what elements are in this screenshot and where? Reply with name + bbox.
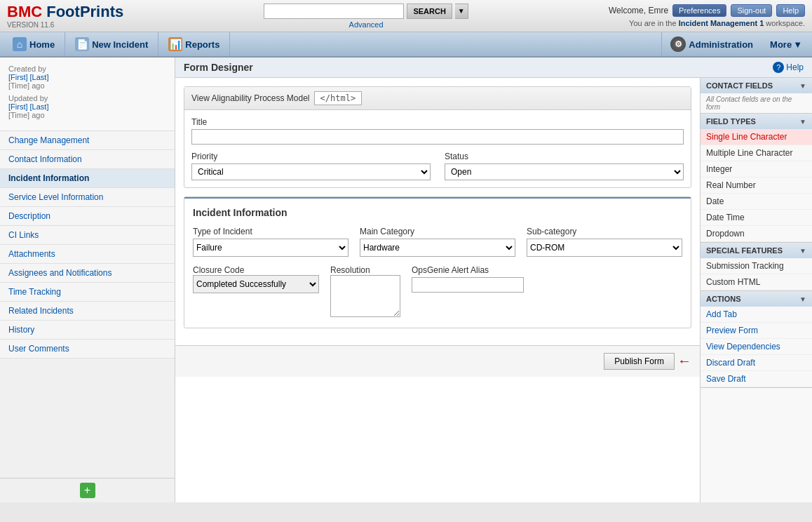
field-types-label: FIELD TYPES (706, 117, 756, 126)
help-link[interactable]: ? Help (773, 62, 804, 73)
action-item[interactable]: View Dependencies (701, 339, 812, 355)
field-type-item[interactable]: Real Number (701, 178, 812, 194)
search-dropdown-button[interactable]: ▼ (455, 4, 468, 19)
action-item[interactable]: Add Tab (701, 307, 812, 323)
top-right-actions: Welcome, Emre Preferences Sign-out Help (609, 4, 805, 17)
top-right: Welcome, Emre Preferences Sign-out Help … (609, 4, 805, 27)
sidebar-nav-item[interactable]: Attachments (0, 245, 175, 264)
version-text: VERSION 11.6 (7, 21, 123, 29)
field-types-section: FIELD TYPES ▼ Single Line CharacterMulti… (701, 114, 812, 243)
nav-administration[interactable]: ⚙ Administration (662, 32, 762, 56)
logo: BMC FootPrints VERSION 11.6 (7, 3, 123, 29)
sidebar-nav-item[interactable]: Change Management (0, 131, 175, 150)
nav-home-label: Home (29, 39, 55, 50)
sidebar-nav-item[interactable]: CI Links (0, 226, 175, 245)
incident-section: Incident Information Type of Incident Fa… (184, 197, 691, 328)
special-feature-item[interactable]: Custom HTML (701, 274, 812, 290)
help-button[interactable]: Help (776, 4, 805, 17)
fp-text: FootPrints (46, 3, 123, 20)
actions-section: ACTIONS ▼ Add TabPreview FormView Depend… (701, 291, 812, 388)
main-category-label: Main Category (360, 227, 515, 236)
incident-fields-row1: Type of Incident Failure Main Category H… (193, 227, 682, 257)
created-by-name[interactable]: [First] [Last] (8, 73, 166, 81)
preferences-button[interactable]: Preferences (672, 4, 726, 17)
nav-home[interactable]: ⌂ Home (3, 32, 65, 56)
nav-right: ⚙ Administration More ▼ (661, 32, 809, 56)
contact-fields-header[interactable]: CONTACT FIELDS ▼ (701, 78, 812, 93)
sidebar-nav-item[interactable]: Incident Information (0, 169, 175, 188)
actions-arrow-icon: ▼ (799, 295, 806, 303)
action-item[interactable]: Save Draft (701, 371, 812, 387)
nav-more[interactable]: More ▼ (763, 35, 809, 54)
resolution-textarea[interactable] (330, 275, 400, 317)
field-type-item[interactable]: Integer (701, 161, 812, 178)
publish-form-button[interactable]: Publish Form (604, 353, 675, 370)
special-features-header[interactable]: SPECIAL FEATURES ▼ (701, 243, 812, 258)
advanced-link[interactable]: Advanced (349, 20, 384, 29)
sidebar-nav-item[interactable]: Description (0, 207, 175, 226)
actions-header[interactable]: ACTIONS ▼ (701, 291, 812, 307)
incident-form-section: Incident Information Type of Incident Fa… (184, 196, 691, 328)
closure-code-select[interactable]: Completed Successfully (193, 275, 319, 293)
nav-reports[interactable]: 📊 Reports (158, 32, 230, 56)
special-features-arrow-icon: ▼ (799, 247, 806, 255)
top-bar: BMC FootPrints VERSION 11.6 SEARCH ▼ Adv… (0, 0, 812, 32)
sidebar-nav-item[interactable]: Related Incidents (0, 302, 175, 321)
sidebar-nav-item[interactable]: Service Level Information (0, 188, 175, 207)
nav-new-incident[interactable]: 📄 New Incident (65, 32, 158, 56)
special-feature-item[interactable]: Submission Tracking (701, 258, 812, 274)
field-type-item[interactable]: Date Time (701, 210, 812, 226)
special-features-section: SPECIAL FEATURES ▼ Submission TrackingCu… (701, 243, 812, 291)
action-item[interactable]: Discard Draft (701, 355, 812, 371)
nav-bar: ⌂ Home 📄 New Incident 📊 Reports ⚙ Admini… (0, 32, 812, 58)
html-tag-button[interactable]: </html> (314, 91, 363, 105)
main-category-select[interactable]: Hardware (360, 239, 515, 257)
field-type-item[interactable]: Single Line Character (701, 129, 812, 145)
actions-label: ACTIONS (706, 295, 741, 303)
incident-section-title: Incident Information (193, 207, 682, 218)
ops-genie-field: OpsGenie Alert Alias (412, 265, 682, 319)
sidebar-nav-item[interactable]: History (0, 321, 175, 340)
resolution-field: Resolution (330, 265, 400, 319)
priority-select[interactable]: Critical (191, 163, 431, 180)
type-of-incident-select[interactable]: Failure (193, 239, 349, 257)
incident-fields-row2: Closure Code Completed Successfully Reso… (193, 265, 682, 319)
search-area: SEARCH ▼ Advanced (264, 4, 468, 29)
updated-time: [Time] ago (8, 111, 166, 119)
field-type-item[interactable]: Multiple Line Character (701, 145, 812, 161)
status-select[interactable]: Open (445, 163, 684, 180)
contact-fields-section: CONTACT FIELDS ▼ All Contact fields are … (701, 78, 812, 114)
ops-genie-input[interactable] (412, 277, 524, 293)
sidebar-nav-item[interactable]: User Comments (0, 340, 175, 359)
help-circle-icon: ? (773, 62, 784, 73)
workspace-name: Incident Management 1 (679, 19, 764, 27)
created-by-section: Created by [First] [Last] [Time] ago (8, 65, 166, 90)
sidebar-add-area: + (0, 478, 175, 502)
closure-code-field: Closure Code Completed Successfully (193, 265, 319, 319)
sidebar-nav-item[interactable]: Assignees and Notifications (0, 264, 175, 283)
add-tab-button[interactable]: + (80, 483, 95, 498)
updated-by-label: Updated by (8, 94, 166, 102)
main-category-field: Main Category Hardware (360, 227, 515, 257)
signout-button[interactable]: Sign-out (731, 4, 772, 17)
page-title: Form Designer (184, 62, 253, 73)
search-input[interactable] (264, 4, 404, 19)
sub-category-select[interactable]: CD-ROM (527, 239, 682, 257)
home-icon: ⌂ (13, 37, 27, 51)
priority-col: Priority Critical (191, 152, 431, 180)
content-main: View Alignability Process Model </html> … (175, 78, 812, 502)
search-button[interactable]: SEARCH (407, 4, 452, 19)
field-type-item[interactable]: Date (701, 194, 812, 210)
action-item[interactable]: Preview Form (701, 323, 812, 339)
sub-category-label: Sub-category (527, 227, 682, 236)
sidebar-nav-item[interactable]: Contact Information (0, 150, 175, 169)
title-input[interactable] (191, 129, 684, 145)
form-content: View Alignability Process Model </html> … (175, 78, 700, 345)
contact-fields-label: CONTACT FIELDS (706, 81, 773, 90)
field-type-item[interactable]: Dropdown (701, 226, 812, 242)
updated-by-section: Updated by [First] [Last] [Time] ago (8, 94, 166, 119)
updated-by-name[interactable]: [First] [Last] (8, 102, 166, 111)
created-by-label: Created by (8, 65, 166, 73)
field-types-header[interactable]: FIELD TYPES ▼ (701, 114, 812, 129)
sidebar-nav-item[interactable]: Time Tracking (0, 283, 175, 302)
